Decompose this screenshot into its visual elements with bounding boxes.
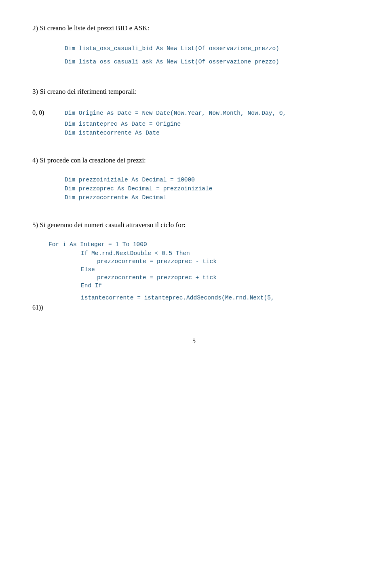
code-line: If Me.rnd.NextDouble < 0.5 Then [81, 250, 190, 257]
code-line: Dim prezzoiniziale As Decimal = 10000 [65, 177, 195, 183]
istante-line: istantecorrente = istanteprec.AddSeconds… [32, 294, 356, 301]
code-line: For i As Integer = 1 To 1000 [48, 241, 147, 248]
page-number: 5 [32, 337, 356, 345]
code-line: Dim lista_oss_casuali_ask As New List(Of… [65, 59, 279, 65]
else-line: Else [32, 266, 356, 273]
section-3-heading: 3) Si creano dei riferimenti temporali: [32, 88, 356, 96]
code-line: Dim prezzoprec As Decimal = prezzoinizia… [65, 185, 212, 192]
page-content: 2) Si creano le liste dei prezzi BID e A… [32, 24, 356, 345]
section-5-heading: 5) Si generano dei numeri casuali attrav… [32, 221, 356, 229]
section-4: 4) Si procede con la creazione dei prezz… [32, 156, 356, 201]
section-4-code-2: Dim prezzoprec As Decimal = prezzoinizia… [32, 185, 356, 192]
else-body-line: prezzocorrente = prezzoprec + tick [32, 274, 356, 281]
code-line: Dim istantecorrente As Date [65, 130, 160, 136]
mixed-row-label: 0, 0) [32, 107, 65, 118]
code-line: prezzocorrente = prezzoprec + tick [97, 274, 217, 281]
section-2-code-2: Dim lista_oss_casuali_ask As New List(Of… [32, 57, 356, 67]
code-line: End If [81, 282, 102, 289]
section-3-mixed-row: 0, 0) Dim Origine As Date = New Date(Now… [32, 107, 356, 118]
section-3: 3) Si creano dei riferimenti temporali: … [32, 88, 356, 136]
section-4-heading: 4) Si procede con la creazione dei prezz… [32, 156, 356, 164]
section-5: 5) Si generano dei numeri casuali attrav… [32, 221, 356, 313]
section-2: 2) Si creano le liste dei prezzi BID e A… [32, 24, 356, 67]
code-line: Else [81, 266, 95, 273]
section-4-code-1: Dim prezzoiniziale As Decimal = 10000 [32, 176, 356, 183]
code-line: Dim lista_oss_casuali_bid As New List(Of… [65, 45, 279, 52]
section-3-code-2: Dim istantecorrente As Date [32, 129, 356, 136]
end-if-line: End If [32, 282, 356, 289]
last-row-label: 61)) [32, 302, 65, 313]
section-5-last-row: 61)) [32, 302, 356, 313]
section-4-code-3: Dim prezzocorrente As Decimal [32, 194, 356, 201]
then-line: prezzocorrente = prezzoprec - tick [32, 257, 356, 265]
for-line: For i As Integer = 1 To 1000 [32, 240, 356, 248]
code-line: Dim istanteprec As Date = Origine [65, 121, 181, 127]
section-2-code-1: Dim lista_oss_casuali_bid As New List(Of… [32, 44, 356, 54]
code-line: istantecorrente = istanteprec.AddSeconds… [81, 295, 274, 301]
mixed-row-code: Dim Origine As Date = New Date(Now.Year,… [65, 108, 286, 118]
section-3-code-1: Dim istanteprec As Date = Origine [32, 120, 356, 127]
if-line: If Me.rnd.NextDouble < 0.5 Then [32, 249, 356, 257]
section-2-heading: 2) Si creano le liste dei prezzi BID e A… [32, 24, 356, 32]
code-line: Dim prezzocorrente As Decimal [65, 194, 167, 201]
code-line: prezzocorrente = prezzoprec - tick [97, 258, 217, 265]
